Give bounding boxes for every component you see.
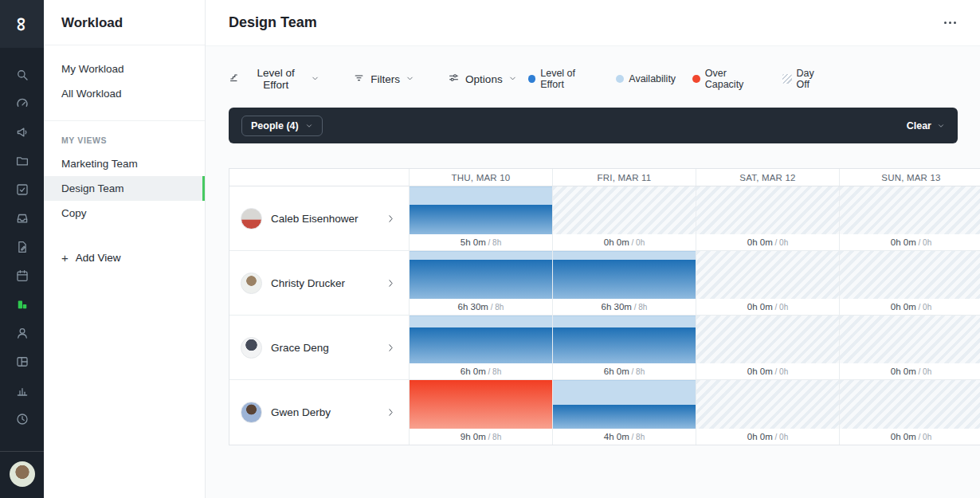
over-capacity-bar [410,380,552,429]
schedule-cell[interactable]: 0h 0m / 0h [839,316,980,379]
person-name: Gwen Derby [271,406,331,418]
page-header: Design Team [206,0,980,46]
boards-icon[interactable] [14,355,31,369]
schedule-cell[interactable]: 0h 0m / 0h [696,251,839,315]
workload-sidebar: Workload My WorkloadAll Workload MY VIEW… [44,0,206,498]
legend-level-of-effort: Level of Effort [528,68,600,90]
schedule-cell[interactable]: 4h 0m / 8h [552,380,696,445]
workload-icon[interactable] [14,297,31,312]
schedule-cell[interactable]: 0h 0m / 0h [839,380,980,445]
chevron-down-icon [406,73,414,85]
schedule-cell[interactable]: 9h 0m / 8h [409,380,552,445]
avatar [241,402,262,423]
person-cell[interactable]: Caleb Eisenhower [229,186,409,250]
avatar [241,208,262,229]
table-body: Caleb Eisenhower 5h 0m / 8h 0h 0m / [229,186,980,445]
day-off-cell [696,251,839,299]
level-of-effort-icon [229,72,241,86]
calendar-icon[interactable] [14,269,31,283]
sidebar-item-all-workload[interactable]: All Workload [44,81,205,106]
availability-bar [410,316,552,327]
effort-bar [410,260,552,299]
people-icon[interactable] [14,326,31,340]
legend-day-off: Day Off [782,68,829,90]
person-name: Christy Drucker [271,277,345,289]
person-name: Grace Deng [271,342,329,354]
day-off-cell [696,380,839,429]
legend-dot [528,75,536,83]
column-header-fri-mar-11: FRI, MAR 11 [552,169,696,186]
filter-bar: People (4) Clear [229,108,958,143]
app-rail: ∞ [0,0,44,498]
add-view-label: Add View [76,252,121,264]
reports-icon[interactable] [14,383,31,398]
add-view-button[interactable]: + Add View [44,245,205,271]
person-cell[interactable]: Christy Drucker [229,251,409,315]
schedule-cell[interactable]: 0h 0m / 0h [696,186,839,250]
time-icon[interactable] [14,412,31,426]
chevron-right-icon [386,278,396,288]
schedule-cell[interactable]: 0h 0m / 0h [839,186,980,250]
legend: Level of Effort Availability Over Capaci… [528,68,829,90]
projects-icon[interactable] [14,154,31,168]
tasks-icon[interactable] [14,182,31,197]
sidebar-view-marketing-team[interactable]: Marketing Team [44,151,205,176]
proofs-icon[interactable] [14,240,31,254]
avatar [241,337,262,359]
options-button[interactable]: Options [437,69,528,89]
announcements-icon[interactable] [14,125,31,139]
legend-dot [616,75,624,83]
inbox-icon[interactable] [14,211,31,225]
schedule-cell[interactable]: 0h 0m / 0h [696,316,839,379]
schedule-cell[interactable]: 5h 0m / 8h [409,186,552,250]
day-off-cell [553,186,696,234]
day-off-cell [840,380,980,429]
search-icon[interactable] [14,68,31,82]
column-header-thu-mar-10: THU, MAR 10 [409,169,552,186]
day-off-swatch [782,74,792,84]
person-cell[interactable]: Grace Deng [229,316,409,379]
schedule-cell[interactable]: 0h 0m / 0h [696,380,839,445]
table-header-row: THU, MAR 10FRI, MAR 11SAT, MAR 12SUN, MA… [229,169,980,186]
sidebar-view-design-team[interactable]: Design Team [44,176,205,201]
people-filter-chip[interactable]: People (4) [241,116,323,136]
person-row-gwen-derby: Gwen Derby 9h 0m / 8h 4h 0m / 8h [229,380,980,445]
legend-availability: Availability [616,73,676,84]
avatar [241,273,262,294]
more-options-icon[interactable] [941,17,959,29]
schedule-cell[interactable]: 0h 0m / 0h [552,186,696,250]
workload-table: THU, MAR 10FRI, MAR 11SAT, MAR 12SUN, MA… [229,168,980,445]
schedule-cell[interactable]: 0h 0m / 0h [839,251,980,315]
effort-bar [410,327,552,363]
schedule-cell[interactable]: 6h 0m / 8h [552,316,696,379]
hours-label: 0h 0m / 0h [696,234,839,250]
column-header-sun-mar-13: SUN, MAR 13 [839,169,980,186]
level-of-effort-button[interactable]: Level of Effort [229,64,331,94]
filters-button[interactable]: Filters [342,69,425,89]
day-off-cell [696,316,839,363]
availability-bar [553,316,696,327]
sidebar-view-copy[interactable]: Copy [44,201,205,225]
rail-footer [0,451,44,498]
app-logo[interactable]: ∞ [0,0,44,48]
clear-filters-button[interactable]: Clear [907,120,945,131]
person-name: Caleb Eisenhower [271,213,359,225]
hours-label: 5h 0m / 8h [410,234,552,250]
schedule-cell[interactable]: 6h 30m / 8h [552,251,696,315]
hours-label: 6h 30m / 8h [553,299,696,315]
sidebar-item-my-workload[interactable]: My Workload [44,57,205,81]
dashboard-icon[interactable] [14,96,31,111]
sidebar-nav: My WorkloadAll Workload [44,45,205,121]
person-cell[interactable]: Gwen Derby [229,380,409,445]
person-row-caleb-eisenhower: Caleb Eisenhower 5h 0m / 8h 0h 0m / [229,186,980,251]
chevron-right-icon [386,407,396,418]
effort-bar [553,405,696,429]
people-filter-label: People (4) [251,120,299,131]
legend-dot [692,75,700,83]
user-avatar[interactable] [10,461,35,487]
availability-bar [410,251,552,260]
hours-label: 9h 0m / 8h [410,429,552,445]
schedule-cell[interactable]: 6h 30m / 8h [409,251,552,315]
day-off-cell [840,186,980,234]
schedule-cell[interactable]: 6h 0m / 8h [409,316,552,379]
